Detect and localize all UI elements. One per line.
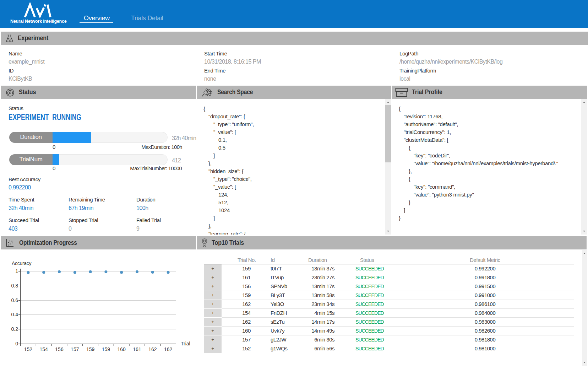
svg-text:159: 159 xyxy=(86,346,95,352)
svg-text:152: 152 xyxy=(24,346,33,352)
svg-text:162: 162 xyxy=(164,346,173,352)
svg-text:160: 160 xyxy=(118,346,126,352)
svg-text:1: 1 xyxy=(15,268,18,274)
svg-text:0: 0 xyxy=(15,341,18,346)
svg-text:0.8: 0.8 xyxy=(11,283,18,289)
svg-text:Trial: Trial xyxy=(181,341,190,346)
svg-text:159: 159 xyxy=(102,346,110,352)
svg-text:Accuracy: Accuracy xyxy=(12,260,31,266)
svg-text:161: 161 xyxy=(133,346,141,352)
svg-text:162: 162 xyxy=(148,346,157,352)
svg-text:0.4: 0.4 xyxy=(11,312,18,317)
svg-text:154: 154 xyxy=(40,346,48,352)
svg-text:156: 156 xyxy=(55,346,64,352)
svg-text:0.2: 0.2 xyxy=(11,326,18,332)
svg-text:0.6: 0.6 xyxy=(11,297,18,303)
svg-text:157: 157 xyxy=(71,346,79,352)
